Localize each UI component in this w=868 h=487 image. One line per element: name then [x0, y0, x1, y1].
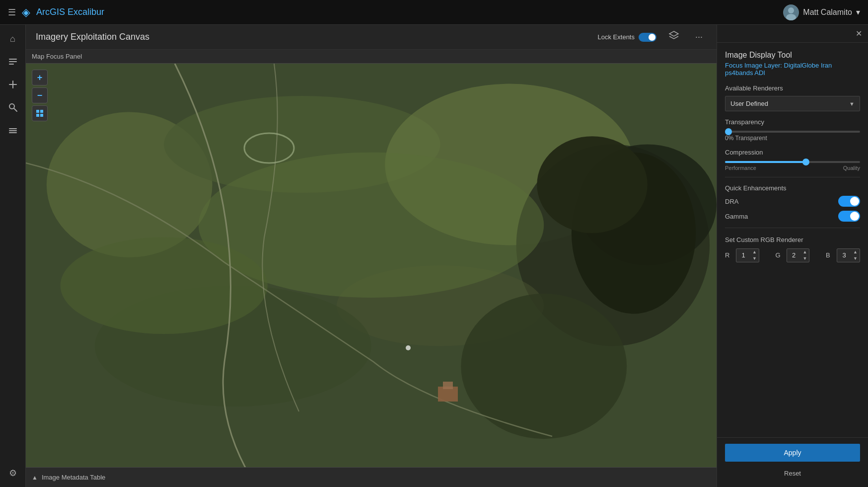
r-spinner[interactable]: 1 ▲ ▼ [736, 248, 759, 262]
right-panel-content: Image Display Tool Focus Image Layer: Di… [717, 43, 868, 437]
zoom-in-button[interactable]: + [32, 70, 48, 85]
compression-performance-label: Performance [725, 165, 756, 171]
transparency-label: Transparency [725, 118, 860, 126]
compression-quality-label: Quality [843, 165, 860, 171]
available-renderers-label: Available Renderers [725, 84, 860, 92]
app-title: ArcGIS Excalibur [36, 7, 104, 17]
metadata-panel[interactable]: ▲ Image Metadata Table [26, 467, 717, 487]
right-panel: ✕ Image Display Tool Focus Image Layer: … [717, 25, 868, 487]
svg-rect-11 [9, 130, 17, 131]
rgb-row: R 1 ▲ ▼ G 2 ▲ ▼ B [725, 248, 860, 262]
b-label: B [826, 251, 833, 259]
g-value: 2 [787, 249, 801, 261]
dra-label: DRA [725, 198, 738, 205]
tool-title: Image Display Tool [725, 51, 860, 60]
right-panel-header: ✕ [717, 25, 868, 43]
r-value: 1 [736, 249, 750, 261]
dra-toggle-row: DRA [725, 196, 860, 207]
map-focus-panel-label: Map Focus Panel [26, 50, 717, 64]
lock-extents-toggle[interactable] [639, 33, 656, 42]
zoom-out-button[interactable]: − [32, 87, 48, 103]
svg-rect-3 [9, 59, 17, 60]
renderer-dropdown[interactable]: User Defined ▼ [725, 96, 860, 111]
sidebar-item-layers[interactable] [3, 120, 23, 140]
svg-rect-10 [9, 128, 17, 129]
dra-toggle[interactable] [838, 196, 860, 207]
svg-point-30 [406, 345, 411, 350]
g-up-arrow[interactable]: ▲ [801, 249, 809, 255]
map-controls: + − [32, 70, 48, 121]
gamma-toggle[interactable] [838, 211, 860, 222]
transparency-value: 0% Transparent [725, 135, 860, 142]
sidebar-item-search[interactable] [3, 97, 23, 117]
action-buttons: Apply Reset [717, 437, 868, 487]
svg-rect-5 [9, 64, 14, 65]
svg-rect-12 [9, 132, 17, 133]
svg-rect-32 [36, 110, 39, 113]
grid-view-button[interactable] [32, 105, 48, 121]
sidebar-item-tasks[interactable] [3, 52, 23, 72]
svg-marker-13 [669, 31, 678, 36]
b-value: 3 [837, 249, 851, 261]
user-menu[interactable]: Matt Calamito ▾ [783, 4, 860, 20]
b-up-arrow[interactable]: ▲ [851, 249, 860, 255]
svg-rect-33 [40, 110, 43, 113]
renderer-value: User Defined [730, 100, 768, 107]
map-panel: Map Focus Panel [26, 50, 717, 487]
r-down-arrow[interactable]: ▼ [750, 255, 759, 262]
compression-label: Compression [725, 149, 860, 156]
rgb-renderer-label: Set Custom RGB Renderer [725, 236, 860, 244]
g-label: G [776, 251, 783, 259]
svg-point-22 [461, 294, 627, 439]
svg-rect-29 [443, 382, 453, 389]
g-spinner[interactable]: 2 ▲ ▼ [787, 248, 810, 262]
user-avatar [783, 4, 799, 20]
metadata-collapse-arrow: ▲ [32, 474, 38, 481]
divider-2 [725, 228, 860, 228]
g-down-arrow[interactable]: ▼ [801, 255, 809, 262]
lock-extents-label: Lock Extents [598, 33, 635, 41]
svg-point-26 [537, 136, 648, 233]
reset-button[interactable]: Reset [725, 466, 860, 481]
left-sidebar: ⌂ ⚙ [0, 25, 26, 487]
focus-layer-link[interactable]: Focus Image Layer: DigitalGlobe Iran ps4… [725, 62, 860, 77]
map-area[interactable]: + − [26, 64, 717, 467]
topbar: ☰ ◈ ArcGIS Excalibur Matt Calamito ▾ [0, 0, 868, 25]
user-menu-chevron: ▾ [856, 7, 860, 17]
b-spinner[interactable]: 3 ▲ ▼ [837, 248, 860, 262]
app-logo-icon: ◈ [22, 6, 30, 19]
sidebar-item-add[interactable] [3, 75, 23, 94]
metadata-panel-label: Image Metadata Table [42, 474, 105, 481]
transparency-slider-container [725, 131, 860, 133]
user-name: Matt Calamito [803, 8, 852, 17]
r-up-arrow[interactable]: ▲ [750, 249, 759, 255]
page-title: Imagery Exploitation Canvas [36, 32, 149, 42]
gamma-toggle-row: Gamma [725, 211, 860, 222]
close-button[interactable]: ✕ [856, 29, 862, 38]
more-options-icon[interactable]: ··· [691, 30, 707, 44]
transparency-slider[interactable] [725, 131, 860, 133]
svg-line-9 [14, 108, 17, 111]
dropdown-chevron-icon: ▼ [849, 101, 855, 107]
compression-slider[interactable] [725, 161, 860, 163]
hamburger-menu-icon[interactable]: ☰ [8, 7, 16, 18]
svg-point-24 [61, 237, 268, 334]
apply-button[interactable]: Apply [725, 444, 860, 462]
divider-1 [725, 177, 860, 177]
svg-rect-34 [36, 114, 39, 117]
b-down-arrow[interactable]: ▼ [851, 255, 860, 262]
svg-point-1 [788, 7, 794, 13]
sidebar-item-settings[interactable]: ⚙ [3, 463, 23, 483]
r-label: R [725, 251, 732, 259]
svg-rect-4 [9, 61, 17, 62]
content-header: Imagery Exploitation Canvas Lock Extents… [26, 25, 717, 50]
gamma-label: Gamma [725, 213, 748, 220]
svg-rect-7 [9, 84, 17, 85]
lock-extents-group: Lock Extents [598, 33, 656, 42]
layers-icon[interactable] [664, 28, 683, 46]
svg-rect-35 [40, 114, 43, 117]
sidebar-item-home[interactable]: ⌂ [3, 29, 23, 49]
compression-slider-container: Performance Quality [725, 161, 860, 171]
quick-enhancements-label: Quick Enhancements [725, 184, 860, 192]
